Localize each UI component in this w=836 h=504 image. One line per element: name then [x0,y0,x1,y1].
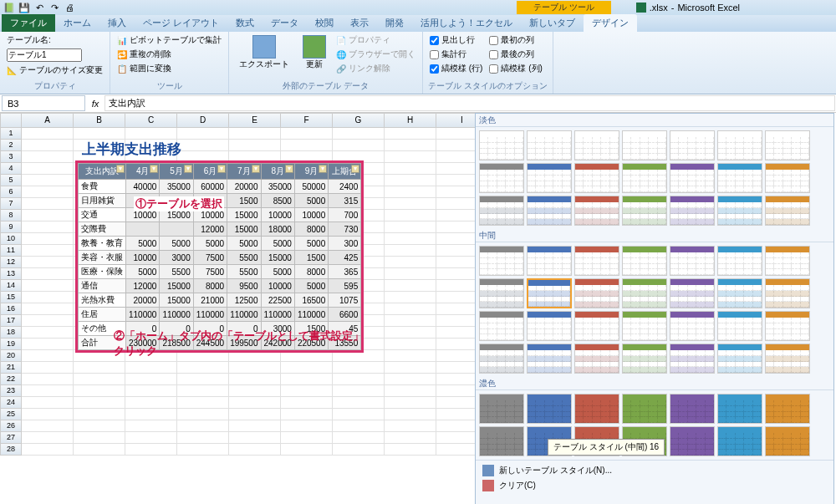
table-header[interactable]: 上期合▾ [329,164,361,180]
col-header[interactable]: B [74,113,125,128]
style-swatch[interactable] [670,426,715,456]
row-header[interactable]: 17 [0,315,22,327]
table-cell[interactable]: 315 [329,194,361,208]
style-swatch[interactable] [765,196,810,226]
name-box[interactable]: B3 [2,95,85,111]
style-swatch[interactable] [765,278,810,308]
style-swatch[interactable] [527,344,572,374]
row-header[interactable]: 14 [0,280,22,292]
table-cell[interactable]: 730 [329,222,361,237]
table-cell[interactable]: 425 [329,251,361,265]
col-header[interactable]: D [177,113,229,128]
style-swatch[interactable] [479,311,524,341]
table-cell[interactable]: 5000 [126,237,160,251]
table-cell[interactable]: 日用雑貨 [79,194,126,208]
chk-total-row[interactable]: 集計行 [428,48,484,61]
table-cell[interactable]: 1500 [294,251,328,265]
table-cell[interactable]: 5000 [193,237,227,251]
style-swatch[interactable] [717,278,762,308]
chk-header-row[interactable]: 見出し行 [428,33,484,47]
table-cell[interactable]: 交際費 [79,222,126,237]
tab-custom[interactable]: 活用しよう！エクセル [412,14,521,32]
style-swatch[interactable] [527,163,572,193]
formula-input[interactable]: 支出内訳 [104,95,835,111]
style-swatch[interactable] [479,246,524,276]
row-header[interactable]: 8 [0,210,22,221]
row-header[interactable]: 9 [0,221,22,233]
tab-data[interactable]: データ [263,14,307,32]
style-swatch[interactable] [622,196,667,226]
table-cell[interactable]: 110000 [227,308,261,322]
row-header[interactable]: 1 [0,128,22,140]
filter-icon[interactable]: ▾ [150,165,158,173]
table-header[interactable]: 4月▾ [126,164,160,180]
table-cell[interactable]: 110000 [160,308,193,322]
undo-icon[interactable]: ↶ [33,2,45,13]
style-swatch[interactable] [765,130,810,160]
style-swatch[interactable] [765,163,810,193]
style-swatch[interactable] [479,426,524,456]
table-cell[interactable]: 10000 [294,208,328,222]
style-swatch[interactable] [765,426,810,456]
style-swatch[interactable] [479,130,524,160]
style-swatch[interactable] [670,278,715,308]
style-swatch[interactable] [574,246,619,276]
table-cell[interactable]: 交通 [79,208,126,222]
table-cell[interactable]: 10000 [261,208,294,222]
style-swatch[interactable] [765,394,810,424]
table-cell[interactable]: 110000 [126,308,160,322]
table-header[interactable]: 支出内訳▾ [79,164,126,180]
table-cell[interactable]: 18000 [261,222,294,237]
style-swatch[interactable] [717,163,762,193]
table-cell[interactable]: 教養・教育 [79,237,126,251]
tab-review[interactable]: 校閲 [307,14,342,32]
table-cell[interactable]: 美容・衣服 [79,251,126,265]
table-cell[interactable]: 595 [329,279,361,293]
style-swatch[interactable] [479,344,524,374]
table-cell[interactable]: 6600 [329,308,361,322]
chk-banded-rows[interactable]: 縞模様 (行) [428,62,484,75]
row-header[interactable]: 21 [0,362,22,374]
filter-icon[interactable]: ▾ [116,165,125,173]
row-header[interactable]: 16 [0,303,22,315]
table-cell[interactable]: 医療・保険 [79,265,126,279]
style-swatch[interactable] [670,130,715,160]
table-cell[interactable]: 5500 [227,265,261,279]
table-header[interactable]: 9月▾ [294,164,328,180]
row-header[interactable]: 19 [0,339,22,350]
table-cell[interactable]: 8000 [193,279,227,293]
table-cell[interactable]: 2400 [329,180,361,194]
tab-developer[interactable]: 開発 [377,14,412,32]
table-cell[interactable]: 12000 [126,279,160,293]
table-cell[interactable]: 住居 [79,308,126,322]
table-cell[interactable]: 8500 [261,194,294,208]
table-cell[interactable]: 40000 [126,180,160,194]
table-cell[interactable]: 22500 [261,293,294,308]
table-cell[interactable]: 12500 [227,293,261,308]
table-cell[interactable]: 8000 [294,265,328,279]
style-swatch[interactable] [670,196,715,226]
table-cell[interactable]: 5000 [126,265,160,279]
table-cell[interactable]: 9500 [227,279,261,293]
dedupe-button[interactable]: 🔁 重複の削除 [115,48,223,61]
table-cell[interactable]: 15000 [227,208,261,222]
style-swatch[interactable] [717,246,762,276]
style-swatch[interactable] [622,394,667,424]
table-cell[interactable]: 15000 [160,279,193,293]
col-header[interactable]: A [22,113,74,128]
fx-icon[interactable]: fx [87,94,104,112]
tab-view[interactable]: 表示 [342,14,377,32]
row-header[interactable]: 3 [0,151,22,163]
row-header[interactable]: 22 [0,374,22,385]
tab-page-layout[interactable]: ページ レイアウト [135,14,227,32]
resize-table-button[interactable]: 📐 テーブルのサイズ変更 [5,64,104,77]
table-cell[interactable]: 16500 [294,293,328,308]
filter-icon[interactable]: ▾ [184,165,192,173]
worksheet-grid[interactable]: ABCDEFGHI 123456789101112131415161718192… [0,113,836,504]
table-cell[interactable]: 5000 [294,237,328,251]
filter-icon[interactable]: ▾ [252,165,260,173]
table-cell[interactable]: 通信 [79,279,126,293]
style-swatch[interactable] [574,311,619,341]
row-header[interactable]: 13 [0,268,22,280]
table-cell[interactable]: 5000 [261,265,294,279]
